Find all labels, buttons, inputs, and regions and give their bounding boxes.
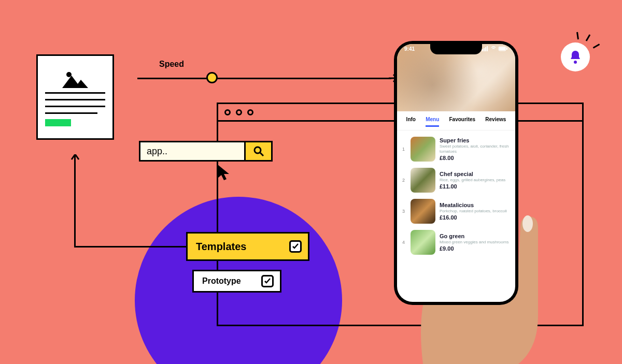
window-dot — [247, 109, 253, 115]
tab-reviews[interactable]: Reviews — [485, 117, 506, 127]
svg-point-3 — [255, 147, 261, 153]
prototype-tag[interactable]: Prototype — [192, 270, 281, 293]
item-price: £9.00 — [440, 245, 510, 252]
item-number: 4 — [402, 240, 406, 245]
svg-marker-1 — [62, 76, 88, 88]
tab-menu[interactable]: Menu — [426, 117, 439, 127]
svg-rect-14 — [487, 46, 488, 51]
svg-point-0 — [66, 72, 72, 77]
svg-line-4 — [260, 153, 263, 156]
menu-list: 1 Super fries Sweet potatoes, aioli, cor… — [397, 130, 515, 261]
emphasis-line — [586, 34, 591, 41]
bell-icon — [569, 50, 582, 64]
search-input[interactable]: app.. — [140, 142, 244, 160]
svg-marker-5 — [218, 165, 229, 180]
text-line — [45, 92, 105, 94]
food-thumbnail — [411, 137, 435, 162]
svg-point-2 — [574, 61, 577, 64]
menu-item[interactable]: 1 Super fries Sweet potatoes, aioli, cor… — [402, 134, 510, 165]
item-name: Super fries — [440, 137, 510, 143]
svg-rect-13 — [485, 47, 486, 51]
templates-tag[interactable]: Templates — [186, 232, 309, 261]
status-time: 9:41 — [404, 46, 415, 52]
menu-item[interactable]: 3 Meatalicious Porkchop, roasted potatoe… — [402, 196, 510, 227]
search-button[interactable] — [244, 142, 271, 160]
slider-handle[interactable] — [206, 72, 218, 83]
checkbox-icon[interactable] — [261, 275, 274, 287]
item-description: Rice, eggs, grilled aubergines, peas — [440, 178, 510, 183]
item-description: Sweet potatoes, aioli, coriander, fresh … — [440, 144, 510, 154]
svg-rect-12 — [484, 48, 485, 51]
tag-label: Prototype — [202, 276, 241, 286]
item-number: 1 — [402, 147, 406, 152]
item-name: Go green — [440, 233, 510, 239]
item-name: Meatalicious — [440, 202, 510, 208]
text-line — [45, 99, 105, 100]
item-number: 3 — [402, 209, 406, 214]
document-card — [36, 54, 114, 140]
arrow-up-icon — [70, 154, 80, 162]
food-thumbnail — [411, 168, 435, 193]
emphasis-line — [593, 43, 600, 49]
emphasis-line — [576, 32, 579, 39]
speed-label: Speed — [159, 60, 184, 69]
phone-mockup: 9:41 Info Menu Favourites Reviews 1 Supe… — [394, 41, 518, 305]
food-thumbnail — [411, 199, 435, 224]
item-name: Chef special — [440, 171, 510, 177]
status-bar: 9:41 — [397, 46, 515, 52]
text-line — [45, 106, 105, 107]
phone-tabs: Info Menu Favourites Reviews — [397, 111, 515, 130]
cursor-icon — [218, 165, 232, 181]
window-dot — [224, 109, 231, 115]
connector-line — [74, 246, 187, 247]
food-thumbnail — [411, 230, 435, 255]
tab-info[interactable]: Info — [406, 117, 416, 127]
svg-rect-16 — [499, 47, 505, 50]
svg-rect-11 — [482, 49, 483, 51]
phone-screen: 9:41 Info Menu Favourites Reviews 1 Supe… — [397, 44, 515, 302]
search-icon — [253, 145, 264, 157]
image-placeholder-icon — [45, 62, 105, 88]
item-price: £16.00 — [440, 214, 510, 221]
svg-rect-17 — [506, 48, 507, 50]
item-description: Mixed green veggies and mushrooms — [440, 240, 510, 245]
menu-item[interactable]: 4 Go green Mixed green veggies and mushr… — [402, 227, 510, 258]
connector-line — [74, 155, 76, 247]
item-description: Porkchop, roasted potatoes, broccoli — [440, 209, 510, 214]
item-number: 2 — [402, 178, 406, 183]
slider-track[interactable] — [137, 78, 391, 79]
checkbox-icon[interactable] — [289, 240, 302, 253]
search-bar[interactable]: app.. — [139, 141, 273, 162]
highlight-block — [45, 119, 71, 126]
notification-bell[interactable] — [561, 42, 590, 71]
status-icons — [482, 46, 508, 52]
menu-item[interactable]: 2 Chef special Rice, eggs, grilled auber… — [402, 165, 510, 196]
item-price: £8.00 — [440, 155, 510, 161]
tab-favourites[interactable]: Favourites — [449, 117, 476, 127]
tag-label: Templates — [196, 241, 246, 253]
text-line — [45, 112, 97, 114]
window-dot — [236, 109, 242, 115]
item-price: £11.00 — [440, 183, 510, 190]
